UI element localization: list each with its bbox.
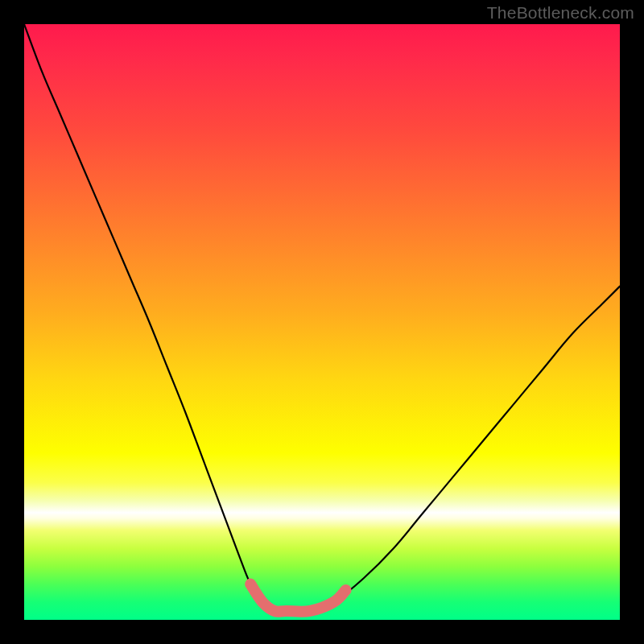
- plot-area: [24, 24, 620, 620]
- chart-frame: TheBottleneck.com: [0, 0, 644, 644]
- watermark-text: TheBottleneck.com: [487, 3, 634, 23]
- optimal-range-highlight: [250, 584, 345, 612]
- bottleneck-curve: [24, 24, 620, 612]
- chart-svg: [24, 24, 620, 620]
